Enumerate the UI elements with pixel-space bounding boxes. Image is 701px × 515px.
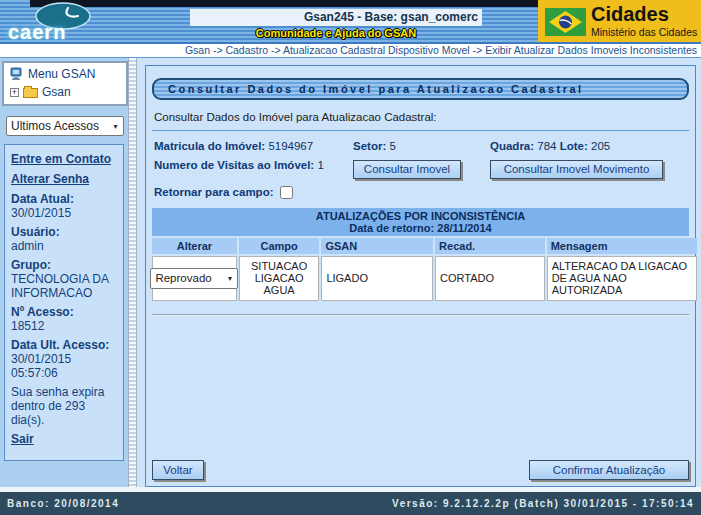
info-label: Usuário:: [11, 225, 118, 239]
column-header-mensagem: Mensagem: [547, 238, 697, 254]
menu-tree-box: Menu GSAN + Gsan: [2, 61, 128, 106]
table-row-cell-alterar: Reprovado ▼: [152, 256, 237, 301]
status-bar: Banco: 20/08/2014 Versão: 9.2.12.2.2p (B…: [0, 492, 701, 515]
retornar-field: Retornar para campo:: [154, 186, 689, 199]
top-header: caern Gsan245 - Base: gsan_comerc Comuni…: [0, 0, 701, 42]
page: caern Gsan245 - Base: gsan_comerc Comuni…: [0, 0, 701, 515]
status-banco: Banco: 20/08/2014: [7, 492, 119, 515]
bottom-actions: Voltar Confirmar Atualização: [152, 460, 689, 480]
info-value: 18512: [11, 319, 118, 333]
ministry-banner: Cidades Ministério das Cidades: [538, 0, 701, 43]
last-access-select[interactable]: Ultimos Acessos: [6, 116, 124, 136]
table-subtitle: Data de retorno: 28/11/2014: [152, 222, 689, 235]
consultar-imovel-movimento-button[interactable]: Consultar Imovel Movimento: [490, 160, 663, 179]
brazil-flag-icon: [545, 8, 586, 36]
visitas-value: 1: [317, 159, 323, 171]
quadra-lote-field: Quadra: 784 Lote: 205: [490, 140, 689, 152]
info-value: 30/01/2015: [11, 206, 118, 220]
setor-field: Setor: 5: [353, 140, 490, 152]
ministry-subtitle: Ministério das Cidades: [591, 26, 697, 38]
matricula-field: Matricula do Imóvel: 5194967: [154, 140, 353, 152]
logout-link[interactable]: Sair: [11, 432, 118, 446]
tree-item-gsan-label: Gsan: [42, 85, 71, 99]
divider: [152, 130, 689, 131]
info-value: TECNOLOGIA DA INFORMACAO: [11, 272, 118, 300]
breadcrumb[interactable]: Gsan -> Cadastro -> Atualizacao Cadastra…: [0, 42, 701, 58]
table-row-cell-campo: SITUACAO LIGACAO AGUA: [239, 256, 320, 301]
user-info-panel: Entre em Contato Alterar Senha Data Atua…: [4, 144, 124, 461]
caern-logo-text: caern: [8, 21, 66, 44]
sidebar-scrollbar[interactable]: [128, 58, 137, 488]
status-versao: Versão: 9.2.12.2.2p (Batch) 30/01/2015 -…: [392, 492, 694, 515]
menu-gsan-item[interactable]: Menu GSAN: [10, 67, 122, 81]
last-access-select-wrap: Ultimos Acessos ▼: [6, 116, 124, 136]
table-row-cell-mensagem: ALTERACAO DA LIGACAO DE AGUA NAO AUTORIZ…: [547, 256, 697, 301]
column-header-recad: Recad.: [435, 238, 545, 254]
table-grid: Alterar Campo GSAN Recad. Mensagem Repro…: [152, 236, 689, 301]
password-expiry-notice: Sua senha expira dentro de 293 dia(s).: [11, 385, 118, 427]
page-subtitle: Consultar Dados do Imóvel para Atualizac…: [152, 111, 689, 123]
visitas-label: Numero de Visitas ao Imóvel:: [154, 159, 314, 171]
ministry-title: Cidades: [591, 3, 669, 26]
page-title: Consultar Dados do Imóvel para Atualizac…: [152, 78, 689, 100]
quadra-value: 784: [537, 140, 556, 152]
gsan-help-link[interactable]: Comunidade e Ajuda do GSAN: [190, 27, 482, 39]
retornar-label: Retornar para campo:: [154, 186, 274, 198]
inconsistency-table: ATUALIZAÇÕES POR INCONSISTÊNCIA Data de …: [152, 208, 689, 301]
confirmar-atualizacao-button[interactable]: Confirmar Atualização: [529, 460, 689, 480]
app-title: Gsan245 - Base: gsan_comerc: [190, 9, 482, 26]
visitas-field: Numero de Visitas ao Imóvel: 1: [154, 159, 353, 179]
info-value: 30/01/2015 05:57:06: [11, 352, 118, 380]
retornar-checkbox[interactable]: [280, 186, 293, 199]
table-caption: ATUALIZAÇÕES POR INCONSISTÊNCIA Data de …: [152, 208, 689, 236]
info-label: Data Atual:: [11, 192, 118, 206]
sidebar: Menu GSAN + Gsan Ultimos Acessos ▼ Entre…: [0, 58, 130, 488]
table-title: ATUALIZAÇÕES POR INCONSISTÊNCIA: [152, 210, 689, 223]
change-password-link[interactable]: Alterar Senha: [11, 172, 118, 186]
info-label: Grupo:: [11, 258, 118, 272]
alterar-select-wrap: Reprovado ▼: [150, 268, 238, 289]
workstation-icon: [10, 67, 24, 81]
lote-value: 205: [591, 140, 610, 152]
info-value: admin: [11, 239, 118, 253]
setor-label: Setor:: [353, 140, 386, 152]
consultar-imovel-button[interactable]: Consultar Imovel: [353, 160, 461, 179]
voltar-button[interactable]: Voltar: [152, 460, 204, 480]
alterar-select[interactable]: Reprovado: [150, 268, 238, 289]
setor-value: 5: [389, 140, 395, 152]
fields-section: Matricula do Imóvel: 5194967 Setor: 5 Qu…: [152, 140, 689, 199]
info-label: Data Ult. Acesso:: [11, 338, 118, 352]
info-label: Nº Acesso:: [11, 305, 118, 319]
tree-expand-icon[interactable]: +: [10, 88, 19, 97]
table-row-cell-gsan: LIGADO: [321, 256, 433, 301]
main-panel: Consultar Dados do Imóvel para Atualizac…: [145, 65, 696, 487]
contact-link[interactable]: Entre em Contato: [11, 152, 118, 166]
caern-logo: caern: [6, 1, 118, 42]
lote-label: Lote:: [560, 140, 588, 152]
table-row-cell-recad: CORTADO: [435, 256, 545, 301]
tree-item-gsan[interactable]: + Gsan: [10, 85, 122, 99]
column-header-alterar: Alterar: [152, 238, 237, 254]
matricula-value: 5194967: [268, 140, 313, 152]
quadra-label: Quadra:: [490, 140, 534, 152]
divider: [152, 314, 689, 316]
column-header-gsan: GSAN: [321, 238, 433, 254]
matricula-label: Matricula do Imóvel:: [154, 140, 265, 152]
column-header-campo: Campo: [239, 238, 320, 254]
folder-icon: [23, 88, 38, 98]
menu-gsan-label: Menu GSAN: [28, 67, 95, 81]
